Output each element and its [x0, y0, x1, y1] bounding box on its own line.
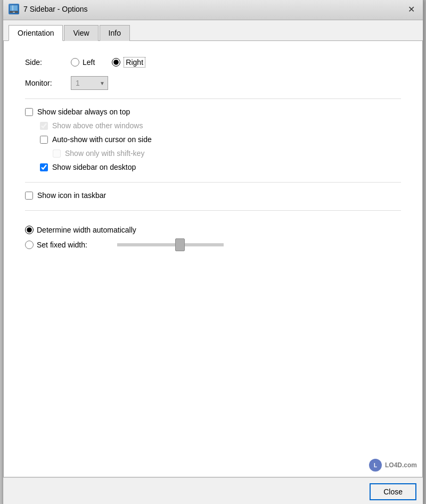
- watermark: L LO4D.com: [369, 459, 417, 472]
- shift-key-checkbox[interactable]: [53, 150, 61, 158]
- main-window: 7 Sidebar - Options ✕ Orientation View I…: [3, 0, 423, 504]
- fixed-width-label: Set fixed width:: [37, 241, 87, 249]
- close-icon[interactable]: ✕: [405, 3, 417, 15]
- taskbar-icon-label: Show icon in taskbar: [37, 191, 106, 200]
- window-title: 7 Sidebar - Options: [23, 5, 88, 13]
- auto-show-option[interactable]: Auto-show with cursor on side: [40, 135, 401, 144]
- always-on-top-label: Show sidebar always on top: [37, 108, 130, 116]
- tab-info[interactable]: Info: [100, 25, 130, 41]
- watermark-icon: L: [369, 459, 382, 472]
- auto-show-label: Auto-show with cursor on side: [52, 135, 152, 144]
- monitor-row: Monitor: 1 ▼: [25, 76, 401, 90]
- auto-width-radio[interactable]: [25, 226, 34, 234]
- width-slider[interactable]: [117, 243, 224, 246]
- fixed-width-row: Set fixed width:: [25, 241, 401, 249]
- svg-rect-1: [10, 5, 18, 11]
- show-desktop-label: Show sidebar on desktop: [52, 163, 136, 171]
- divider-2: [25, 182, 401, 183]
- tab-view[interactable]: View: [64, 25, 98, 41]
- svg-rect-4: [13, 12, 15, 13]
- show-above-label: Show above other windows: [52, 121, 143, 130]
- auto-show-checkbox[interactable]: [40, 136, 48, 144]
- taskbar-icon-option[interactable]: Show icon in taskbar: [25, 191, 401, 200]
- show-above-checkbox[interactable]: [40, 122, 48, 130]
- tabs-bar: Orientation View Info: [3, 20, 423, 41]
- shift-key-option[interactable]: Show only with shift-key: [53, 149, 401, 158]
- show-above-option[interactable]: Show above other windows: [40, 121, 401, 130]
- app-icon: [9, 4, 19, 14]
- monitor-label: Monitor:: [25, 79, 62, 87]
- watermark-text: LO4D.com: [385, 461, 417, 469]
- slider-container: [117, 243, 401, 246]
- always-on-top-checkbox[interactable]: [25, 108, 33, 116]
- side-row: Side: Left Right: [25, 57, 401, 68]
- divider-1: [25, 98, 401, 99]
- show-desktop-option[interactable]: Show sidebar on desktop: [40, 163, 401, 171]
- right-radio[interactable]: [112, 58, 120, 67]
- left-radio[interactable]: [71, 58, 79, 67]
- divider-3: [25, 210, 401, 211]
- close-button[interactable]: Close: [370, 483, 416, 500]
- fixed-width-option[interactable]: Set fixed width:: [25, 241, 87, 249]
- left-radio-option[interactable]: Left: [71, 58, 95, 67]
- shift-key-label: Show only with shift-key: [65, 149, 144, 158]
- footer-bar: Close: [3, 477, 423, 504]
- svg-rect-2: [12, 5, 13, 11]
- right-radio-option[interactable]: Right: [112, 57, 145, 68]
- tab-orientation[interactable]: Orientation: [9, 25, 63, 41]
- always-on-top-option[interactable]: Show sidebar always on top: [25, 108, 401, 116]
- right-radio-label: Right: [124, 57, 145, 68]
- content-area: Side: Left Right Monitor: 1 ▼: [3, 41, 423, 477]
- side-radio-group: Left Right: [71, 57, 145, 68]
- auto-width-label: Determine width automatically: [37, 226, 136, 234]
- monitor-select-wrapper: 1 ▼: [71, 76, 108, 90]
- width-section: Determine width automatically Set fixed …: [25, 226, 401, 249]
- title-bar: 7 Sidebar - Options ✕: [3, 0, 423, 20]
- auto-width-option[interactable]: Determine width automatically: [25, 226, 401, 234]
- checkboxes-group: Show sidebar always on top Show above ot…: [25, 108, 401, 171]
- side-label: Side:: [25, 58, 62, 67]
- monitor-select[interactable]: 1: [71, 76, 108, 90]
- show-desktop-checkbox[interactable]: [40, 163, 48, 171]
- taskbar-icon-checkbox[interactable]: [25, 192, 33, 200]
- title-bar-left: 7 Sidebar - Options: [9, 4, 88, 14]
- left-radio-label: Left: [83, 58, 95, 67]
- fixed-width-radio[interactable]: [25, 241, 34, 249]
- taskbar-group: Show icon in taskbar: [25, 191, 401, 200]
